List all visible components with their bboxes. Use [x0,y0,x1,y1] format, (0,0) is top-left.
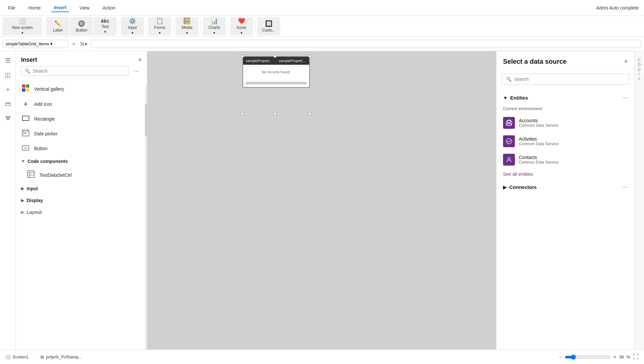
zoom-slider[interactable] [565,354,611,360]
button-ribbon-button[interactable]: 🔘 Button [70,17,93,35]
svg-rect-9 [23,133,24,134]
selection-handle-mc[interactable] [273,112,277,115]
input-button[interactable]: ⚙️ Input ▾ [121,17,144,35]
ds-item-activities[interactable]: Activities Common Data Service [496,132,634,150]
insert-item-date-picker[interactable]: Date picker [16,126,147,141]
code-components-header[interactable]: ▼ Code components [16,155,147,167]
forms-button[interactable]: 📋 Forms ▾ [148,17,171,35]
charts-button[interactable]: 📊 Charts ▾ [203,17,226,35]
media-button[interactable]: 🖼️ Media ▾ [175,17,198,35]
insert-item-add-icon[interactable]: + Add icon [16,97,147,112]
component-icon: ⊞ [40,354,44,359]
screen-icon: ⬜ [5,354,11,359]
menu-item-view[interactable]: View [77,4,92,12]
testdatasetctrl-label: TestDataSetCtrl [39,172,72,178]
code-components-chevron-icon: ▼ [21,159,25,164]
formula-input[interactable] [91,40,641,48]
property-dropdown[interactable]: simpleTableGrid_Items ▾ [3,40,68,48]
insert-options-icon[interactable]: ⋯ [131,67,142,76]
component-breadcrumb[interactable]: ⊞ pcfprfx_PcfSamp... [40,354,82,359]
entities-section-header[interactable]: ▼ Entities ⋯ [496,91,634,104]
icons-label: Icons [237,25,246,30]
ribbon: ⬜ New screen ▾ ✏️ Label 🔘 Button Abc Tex… [0,16,644,37]
svg-rect-3 [26,88,29,92]
forms-icon: 📋 [156,17,163,25]
selection-handle-tl[interactable] [241,55,244,58]
insert-item-button[interactable]: OK Button [16,141,147,155]
insert-item-testdatasetctrl[interactable]: TestDataSetCtrl [16,167,147,183]
bottom-bar: ⬜ Screen1 › ⊞ pcfprfx_PcfSamp... − + 38 … [0,350,644,364]
icons-chevron: ▾ [241,31,242,35]
custom-button[interactable]: 🔲 Custo... [257,17,280,35]
sidebar-tools-icon[interactable]: ⚒ [1,112,14,125]
search-icon: 🔍 [25,68,30,74]
icons-button[interactable]: ❤️ Icons ▾ [230,17,253,35]
sidebar-menu-icon[interactable]: ☰ [1,54,14,67]
contacts-sub: Common Data Service [519,160,559,165]
sidebar-add-icon[interactable]: ＋ [1,83,14,96]
insert-search-box[interactable]: 🔍 [21,66,128,76]
zoom-value: 38 [619,354,624,359]
ribbon-divider-4 [173,20,173,33]
screen1-breadcrumb[interactable]: ⬜ Screen1 [5,354,28,359]
ribbon-divider-2 [119,20,119,33]
connectors-section-header[interactable]: ▶ Connectors ⋯ [496,181,634,193]
data-source-header: Select a data source × [496,51,634,70]
date-picker-icon [21,129,30,138]
data-source-search-box[interactable]: 🔍 [502,74,629,85]
button-ribbon-label: Button [76,28,87,33]
charts-label: Charts [208,25,220,30]
main-layout: ☰ ◫ ＋ 🗃 ⚒ Insert × 🔍 ⋯ [0,51,644,364]
accounts-sub: Common Data Service [519,123,559,128]
fx-button[interactable]: fx ▾ [79,40,88,48]
zoom-controls: − + 38 % ⛶ [559,353,639,360]
fullscreen-button[interactable]: ⛶ [633,353,639,360]
insert-close-button[interactable]: × [138,57,142,63]
ds-item-accounts[interactable]: Accounts Common Data Service [496,114,634,132]
left-sidebar: ☰ ◫ ＋ 🗃 ⚒ [0,51,16,364]
display-section-header[interactable]: ▶ Display [16,194,147,206]
selection-handle-ml[interactable] [241,112,244,115]
sidebar-layers-icon[interactable]: ◫ [1,68,14,81]
insert-list: Vertical gallery + Add icon Rectangle [16,80,147,351]
connectors-more-icon[interactable]: ⋯ [622,184,628,190]
media-icon: 🖼️ [183,17,191,25]
ribbon-divider-1 [44,20,44,33]
canvas-component[interactable]: samplePropertySet(prop samplePropertySet… [242,56,310,88]
data-source-list: ▼ Entities ⋯ Current environment [496,89,634,364]
canvas-no-records: No records found. [243,65,309,79]
insert-search-input[interactable] [33,68,125,74]
menu-item-insert[interactable]: Insert [51,4,69,12]
insert-item-rectangle[interactable]: Rectangle [16,112,147,126]
menu-item-file[interactable]: File [5,4,18,12]
media-chevron: ▾ [186,31,188,35]
svg-rect-1 [26,84,29,88]
menu-item-action[interactable]: Action [100,4,118,12]
text-button[interactable]: Abc Text ▾ [94,17,117,35]
label-button[interactable]: ✏️ Label [46,17,69,35]
selection-handle-tr[interactable] [308,55,311,58]
new-screen-button[interactable]: ⬜ New screen ▾ [3,17,42,35]
data-source-search-input[interactable] [514,77,625,82]
code-components-label: Code components [28,159,68,164]
ribbon-divider-3 [146,20,146,33]
data-source-close-button[interactable]: × [624,58,628,65]
canvas-area[interactable]: samplePropertySet(prop samplePropertySet… [147,51,496,364]
rectangle-label: Rectangle [34,116,55,122]
insert-item-vertical-gallery[interactable]: Vertical gallery [16,81,147,97]
zoom-minus-button[interactable]: − [559,354,562,360]
menu-item-home[interactable]: Home [26,4,43,12]
selection-handle-mr[interactable] [308,112,311,115]
insert-panel-scrollbar[interactable] [145,84,147,350]
input-section-header[interactable]: ▶ Input [16,183,147,194]
see-all-entities-link[interactable]: See all entities [496,169,634,181]
sidebar-data-icon[interactable]: 🗃 [1,97,14,110]
display-section-chevron-icon: ▶ [21,198,24,203]
zoom-plus-button[interactable]: + [613,354,616,360]
vertical-gallery-label: Vertical gallery [34,86,64,92]
ds-item-contacts[interactable]: Contacts Common Data Service [496,150,634,169]
selection-handle-tc[interactable] [273,55,277,58]
media-label: Media [182,25,193,30]
entities-more-icon[interactable]: ⋯ [622,95,628,101]
layout-section-header[interactable]: ▶ Layout [16,206,147,218]
